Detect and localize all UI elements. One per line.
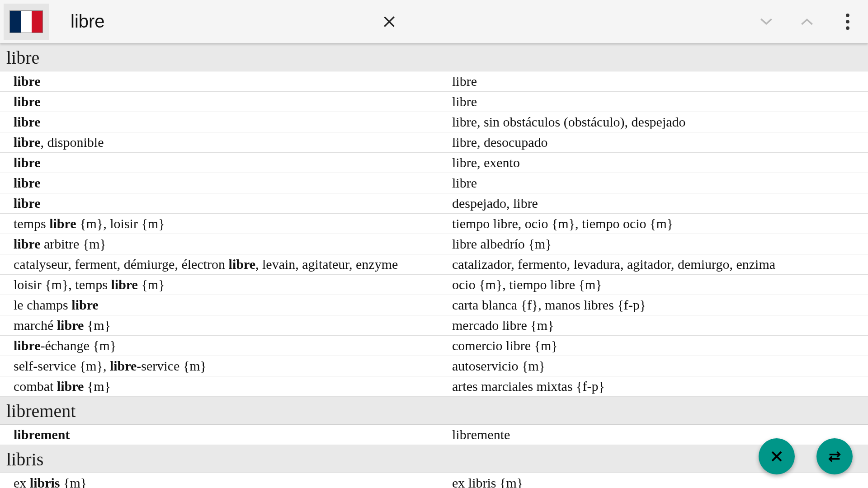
source-term: marché libre {m}	[0, 316, 448, 335]
translation: despejado, libre	[448, 194, 868, 213]
result-row[interactable]: catalyseur, ferment, démiurge, électron …	[0, 254, 868, 275]
more-vertical-icon	[846, 14, 849, 30]
source-term: libre	[0, 174, 448, 192]
translation: tiempo libre, ocio {m}, tiempo ocio {m}	[448, 214, 868, 233]
result-row[interactable]: marché libre {m}mercado libre {m}	[0, 315, 868, 336]
result-row[interactable]: le champs librecarta blanca {f}, manos l…	[0, 295, 868, 315]
swap-horizontal-icon	[827, 449, 842, 464]
fab-swap-button[interactable]	[816, 438, 853, 474]
source-term: le champs libre	[0, 296, 448, 314]
result-row[interactable]: librelibre, exento	[0, 153, 868, 173]
section-header: libre	[0, 43, 868, 71]
translation: autoservicio {m}	[448, 357, 868, 375]
translation: libre	[448, 174, 868, 192]
result-row[interactable]: librelibre, sin obstáculos (obstáculo), …	[0, 112, 868, 132]
result-row[interactable]: librelibre	[0, 92, 868, 112]
fab-container	[759, 438, 853, 474]
source-term: libre	[0, 153, 448, 172]
source-term: loisir {m}, temps libre {m}	[0, 275, 448, 294]
source-term: libre, disponible	[0, 133, 448, 152]
source-term: self-service {m}, libre-service {m}	[0, 357, 448, 375]
fab-close-button[interactable]	[759, 438, 795, 474]
history-down-button[interactable]	[746, 1, 787, 42]
result-row[interactable]: libre, disponiblelibre, desocupado	[0, 132, 868, 153]
translation: ex libris {m}	[448, 474, 868, 488]
source-term: catalyseur, ferment, démiurge, électron …	[0, 255, 448, 274]
chevron-down-icon	[760, 17, 773, 27]
result-row[interactable]: temps libre {m}, loisir {m}tiempo libre,…	[0, 214, 868, 234]
result-row[interactable]: librelibre	[0, 173, 868, 193]
language-flag-button[interactable]	[4, 4, 49, 40]
translation: libre, sin obstáculos (obstáculo), despe…	[448, 113, 868, 131]
translation: carta blanca {f}, manos libres {f-p}	[448, 296, 868, 314]
translation: comercio libre {m}	[448, 336, 868, 355]
result-row[interactable]: combat libre {m}artes marciales mixtas {…	[0, 376, 868, 397]
source-term: libre	[0, 113, 448, 131]
section-header: libris	[0, 445, 868, 473]
result-row[interactable]: loisir {m}, temps libre {m}ocio {m}, tie…	[0, 275, 868, 295]
translation: libre	[448, 72, 868, 91]
chevron-up-icon	[801, 17, 813, 27]
results-list: librelibrelibrelibrelibrelibrelibre, sin…	[0, 43, 868, 488]
history-up-button[interactable]	[787, 1, 827, 42]
search-input[interactable]	[52, 11, 369, 32]
svg-point-4	[846, 26, 849, 30]
result-row[interactable]: librelibre	[0, 71, 868, 92]
translation: libre albedrío {m}	[448, 235, 868, 253]
source-term: temps libre {m}, loisir {m}	[0, 214, 448, 233]
translation: ocio {m}, tiempo libre {m}	[448, 275, 868, 294]
source-term: libre	[0, 194, 448, 213]
result-row[interactable]: libre arbitre {m}libre albedrío {m}	[0, 234, 868, 254]
source-term: libre arbitre {m}	[0, 235, 448, 253]
overflow-menu-button[interactable]	[827, 1, 868, 42]
translation: libre, exento	[448, 153, 868, 172]
french-flag-icon	[9, 10, 43, 33]
close-icon	[382, 14, 396, 29]
section-header: librement	[0, 397, 868, 425]
close-icon	[769, 449, 784, 464]
app-header	[0, 0, 868, 43]
result-row[interactable]: ex libris {m}ex libris {m}	[0, 473, 868, 488]
translation: artes marciales mixtas {f-p}	[448, 377, 868, 396]
translation: mercado libre {m}	[448, 316, 868, 335]
source-term: libre	[0, 92, 448, 111]
source-term: combat libre {m}	[0, 377, 448, 396]
result-row[interactable]: librementlibremente	[0, 425, 868, 445]
source-term: libre-échange {m}	[0, 336, 448, 355]
source-term: libre	[0, 72, 448, 91]
result-row[interactable]: self-service {m}, libre-service {m}autos…	[0, 356, 868, 376]
source-term: librement	[0, 425, 448, 444]
translation: libre, desocupado	[448, 133, 868, 152]
svg-point-3	[846, 20, 849, 23]
translation: libre	[448, 92, 868, 111]
svg-point-2	[846, 14, 849, 17]
result-row[interactable]: libredespejado, libre	[0, 193, 868, 214]
clear-search-button[interactable]	[369, 1, 410, 42]
result-row[interactable]: libre-échange {m}comercio libre {m}	[0, 336, 868, 356]
source-term: ex libris {m}	[0, 474, 448, 488]
translation: catalizador, fermento, levadura, agitado…	[448, 255, 868, 274]
